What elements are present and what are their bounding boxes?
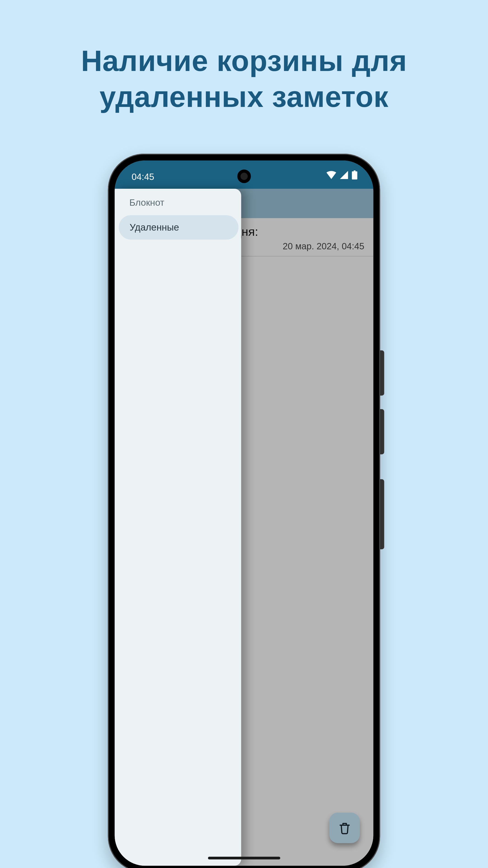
trash-fab[interactable] [329, 813, 360, 843]
phone-volume-down-button [380, 409, 384, 454]
marketing-headline: Наличие корзины для удаленных заметок [0, 43, 488, 115]
drawer-item-label: Блокнот [129, 197, 164, 208]
wifi-icon [326, 171, 336, 179]
phone-mockup: 04:45 дня: 20 мар. 2024, 04:45 [108, 154, 380, 868]
battery-icon [352, 170, 358, 180]
phone-screen: 04:45 дня: 20 мар. 2024, 04:45 [115, 160, 373, 866]
trash-icon [338, 821, 351, 835]
phone-camera-hole [237, 169, 251, 183]
drawer-item-deleted[interactable]: Удаленные [119, 215, 238, 240]
gesture-nav-bar [208, 857, 280, 860]
status-icons [326, 170, 358, 180]
navigation-drawer: Блокнот Удаленные [115, 189, 241, 866]
note-date: 20 мар. 2024, 04:45 [283, 241, 364, 251]
phone-power-button [380, 479, 384, 549]
phone-volume-up-button [380, 350, 384, 396]
drawer-item-notebook[interactable]: Блокнот [115, 189, 241, 215]
cell-signal-icon [339, 171, 349, 179]
status-time: 04:45 [132, 172, 154, 182]
drawer-item-label: Удаленные [130, 222, 179, 232]
